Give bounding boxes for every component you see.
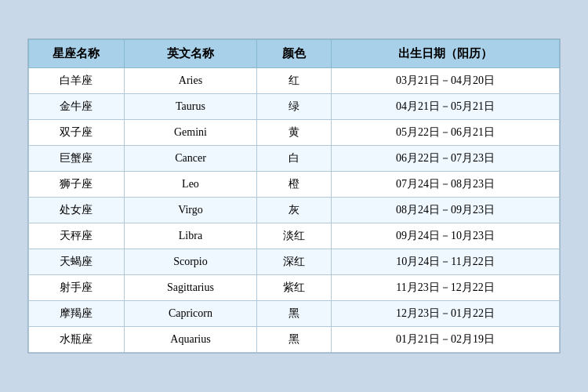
- cell-color: 紫红: [257, 275, 332, 301]
- cell-date: 08月24日－09月23日: [331, 198, 559, 223]
- cell-chinese: 白羊座: [29, 68, 125, 94]
- cell-color: 橙: [257, 172, 332, 198]
- cell-color: 黑: [257, 327, 332, 353]
- table-row: 狮子座Leo橙07月24日－08月23日: [29, 172, 560, 198]
- table-row: 处女座Virgo灰08月24日－09月23日: [29, 198, 560, 223]
- header-date: 出生日期（阳历）: [331, 40, 559, 68]
- cell-date: 11月23日－12月22日: [331, 275, 559, 301]
- zodiac-table-wrapper: 星座名称 英文名称 颜色 出生日期（阳历） 白羊座Aries红03月21日－04…: [27, 38, 561, 354]
- cell-date: 04月21日－05月21日: [331, 94, 559, 120]
- cell-chinese: 水瓶座: [29, 327, 125, 353]
- cell-english: Leo: [124, 172, 256, 198]
- table-row: 水瓶座Aquarius黑01月21日－02月19日: [29, 327, 560, 353]
- cell-date: 09月24日－10月23日: [331, 223, 559, 249]
- table-row: 双子座Gemini黄05月22日－06月21日: [29, 120, 560, 146]
- cell-chinese: 射手座: [29, 275, 125, 301]
- cell-date: 05月22日－06月21日: [331, 120, 559, 146]
- cell-chinese: 处女座: [29, 198, 125, 223]
- table-row: 金牛座Taurus绿04月21日－05月21日: [29, 94, 560, 120]
- cell-english: Gemini: [124, 120, 256, 146]
- cell-english: Sagittarius: [124, 275, 256, 301]
- cell-english: Virgo: [124, 198, 256, 223]
- table-body: 白羊座Aries红03月21日－04月20日金牛座Taurus绿04月21日－0…: [29, 68, 560, 353]
- cell-color: 黑: [257, 301, 332, 327]
- table-row: 白羊座Aries红03月21日－04月20日: [29, 68, 560, 94]
- table-row: 天蝎座Scorpio深红10月24日－11月22日: [29, 249, 560, 275]
- cell-color: 绿: [257, 94, 332, 120]
- table-row: 摩羯座Capricorn黑12月23日－01月22日: [29, 301, 560, 327]
- table-row: 射手座Sagittarius紫红11月23日－12月22日: [29, 275, 560, 301]
- cell-english: Scorpio: [124, 249, 256, 275]
- cell-english: Libra: [124, 223, 256, 249]
- cell-date: 07月24日－08月23日: [331, 172, 559, 198]
- cell-date: 10月24日－11月22日: [331, 249, 559, 275]
- cell-date: 03月21日－04月20日: [331, 68, 559, 94]
- cell-color: 灰: [257, 198, 332, 223]
- table-header-row: 星座名称 英文名称 颜色 出生日期（阳历）: [29, 40, 560, 68]
- cell-chinese: 双子座: [29, 120, 125, 146]
- cell-color: 淡红: [257, 223, 332, 249]
- cell-english: Aries: [124, 68, 256, 94]
- header-color: 颜色: [257, 40, 332, 68]
- cell-color: 黄: [257, 120, 332, 146]
- cell-english: Aquarius: [124, 327, 256, 353]
- cell-chinese: 摩羯座: [29, 301, 125, 327]
- header-chinese: 星座名称: [29, 40, 125, 68]
- cell-chinese: 金牛座: [29, 94, 125, 120]
- cell-date: 06月22日－07月23日: [331, 146, 559, 172]
- cell-color: 白: [257, 146, 332, 172]
- cell-english: Taurus: [124, 94, 256, 120]
- zodiac-table: 星座名称 英文名称 颜色 出生日期（阳历） 白羊座Aries红03月21日－04…: [28, 39, 560, 353]
- table-row: 巨蟹座Cancer白06月22日－07月23日: [29, 146, 560, 172]
- cell-color: 红: [257, 68, 332, 94]
- header-english: 英文名称: [124, 40, 256, 68]
- table-row: 天秤座Libra淡红09月24日－10月23日: [29, 223, 560, 249]
- cell-chinese: 天蝎座: [29, 249, 125, 275]
- cell-chinese: 巨蟹座: [29, 146, 125, 172]
- cell-english: Cancer: [124, 146, 256, 172]
- cell-english: Capricorn: [124, 301, 256, 327]
- cell-date: 01月21日－02月19日: [331, 327, 559, 353]
- cell-color: 深红: [257, 249, 332, 275]
- cell-date: 12月23日－01月22日: [331, 301, 559, 327]
- cell-chinese: 狮子座: [29, 172, 125, 198]
- cell-chinese: 天秤座: [29, 223, 125, 249]
